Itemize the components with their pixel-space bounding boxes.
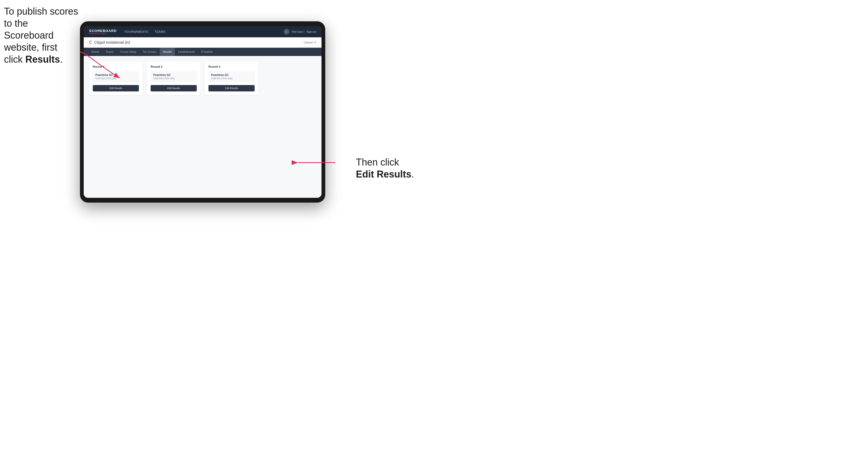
top-nav: SCOREBOARD Powered by clippd TOURNAMENTS… xyxy=(84,26,321,37)
logo-text: SCOREBOARD xyxy=(89,29,117,33)
nav-tournaments[interactable]: TOURNAMENTS xyxy=(124,27,148,36)
main-content: Round 1 Peachtree GC Gold (M) (7010 yds)… xyxy=(84,56,321,198)
round-2-course-name: Peachtree GC xyxy=(153,73,194,76)
logo-area: SCOREBOARD Powered by clippd xyxy=(89,29,117,34)
user-name: Test User | xyxy=(292,30,304,33)
round-card-3: Round 3 Peachtree GC Gold (M) (7010 yds)… xyxy=(205,61,258,95)
round-card-1: Round 1 Peachtree GC Gold (M) (7010 yds)… xyxy=(89,61,143,95)
tab-results[interactable]: Results xyxy=(160,48,175,56)
tab-course-setup[interactable]: Course Setup xyxy=(117,48,140,56)
edit-results-button-2[interactable]: Edit Results xyxy=(151,85,197,91)
tab-teams[interactable]: Teams xyxy=(103,48,117,56)
logo-sub: Powered by clippd xyxy=(89,33,117,34)
round-2-course-details: Gold (M) (7010 yds) xyxy=(153,77,194,80)
round-2-title: Round 2 xyxy=(151,65,197,68)
instruction-right: Then click Edit Results. xyxy=(356,156,414,180)
tournament-icon: C xyxy=(89,40,92,45)
edit-results-button-1[interactable]: Edit Results xyxy=(93,85,139,91)
tab-leaderboards[interactable]: Leaderboards xyxy=(175,48,198,56)
tablet-screen: SCOREBOARD Powered by clippd TOURNAMENTS… xyxy=(84,26,321,198)
tournament-title: C Clippd Invitational (in) xyxy=(89,40,130,45)
rounds-grid: Round 1 Peachtree GC Gold (M) (7010 yds)… xyxy=(89,61,316,95)
user-avatar: U xyxy=(284,29,289,35)
round-3-course-details: Gold (M) (7010 yds) xyxy=(211,77,252,80)
instruction-left: To publish scores to the Scoreboard webs… xyxy=(4,5,79,65)
nav-teams[interactable]: TEAMS xyxy=(155,27,165,36)
cancel-button[interactable]: Cancel ✕ xyxy=(304,41,316,44)
nav-right: U Test User | Sign out xyxy=(284,29,316,35)
sign-out-link[interactable]: Sign out xyxy=(306,30,316,33)
edit-results-button-3[interactable]: Edit Results xyxy=(209,85,255,91)
tab-tee-groups[interactable]: Tee Groups xyxy=(140,48,160,56)
tournament-header: C Clippd Invitational (in) Cancel ✕ xyxy=(84,37,321,48)
tab-details[interactable]: Details xyxy=(88,48,103,56)
round-2-course-card: Peachtree GC Gold (M) (7010 yds) xyxy=(151,71,197,82)
round-card-2: Round 2 Peachtree GC Gold (M) (7010 yds)… xyxy=(147,61,200,95)
tournament-name: Clippd Invitational (in) xyxy=(94,40,130,44)
tablet-frame: SCOREBOARD Powered by clippd TOURNAMENTS… xyxy=(80,21,325,203)
round-1-title: Round 1 xyxy=(93,65,139,68)
round-3-course-card: Peachtree GC Gold (M) (7010 yds) xyxy=(209,71,255,82)
tab-nav: Details Teams Course Setup Tee Groups Re… xyxy=(84,48,321,56)
tab-printables[interactable]: Printables xyxy=(198,48,216,56)
round-card-4 xyxy=(262,61,316,95)
nav-links: TOURNAMENTS TEAMS xyxy=(124,27,284,36)
round-1-course-card: Peachtree GC Gold (M) (7010 yds) xyxy=(93,71,139,82)
round-1-course-name: Peachtree GC xyxy=(95,73,136,76)
round-1-course-details: Gold (M) (7010 yds) xyxy=(95,77,136,80)
round-3-course-name: Peachtree GC xyxy=(211,73,252,76)
round-3-title: Round 3 xyxy=(209,65,255,68)
